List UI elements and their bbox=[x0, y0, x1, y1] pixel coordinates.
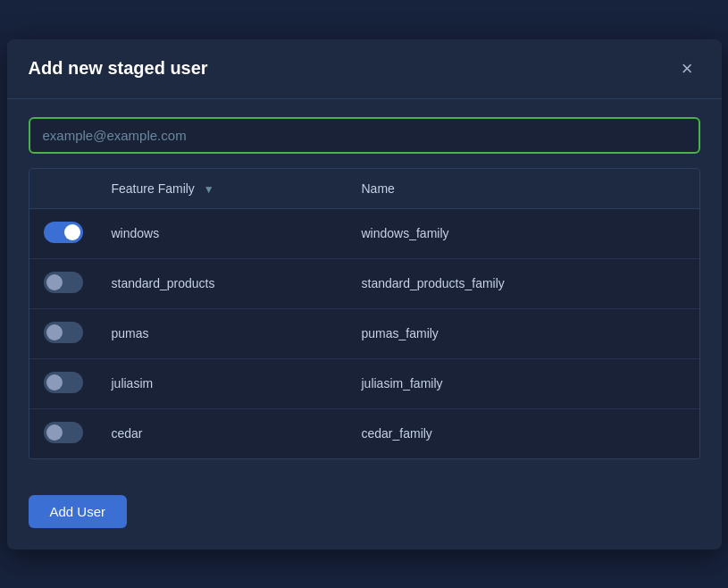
toggle-switch[interactable] bbox=[44, 372, 83, 393]
add-user-button[interactable]: Add User bbox=[29, 495, 128, 528]
toggle-cell[interactable] bbox=[29, 308, 97, 358]
modal-title: Add new staged user bbox=[29, 58, 208, 79]
modal-dialog: Add new staged user × Feature Family ▼ bbox=[7, 39, 722, 550]
toggle-cell[interactable] bbox=[29, 258, 97, 308]
name-cell: cedar_family bbox=[347, 408, 699, 458]
feature-family-cell: standard_products bbox=[97, 258, 347, 308]
name-cell: pumas_family bbox=[347, 308, 699, 358]
toggle-cell[interactable] bbox=[29, 208, 97, 258]
table-row: juliasimjuliasim_family bbox=[29, 358, 699, 408]
table-scroll-area[interactable]: Feature Family ▼ Name windowswindows_fam… bbox=[29, 169, 699, 458]
feature-family-cell: juliasim bbox=[97, 358, 347, 408]
name-cell: standard_products_family bbox=[347, 258, 699, 308]
sort-icon: ▼ bbox=[204, 183, 214, 196]
toggle-knob bbox=[64, 224, 80, 240]
modal-overlay: Add new staged user × Feature Family ▼ bbox=[0, 0, 728, 588]
feature-family-cell: windows bbox=[97, 208, 347, 258]
toggle-cell[interactable] bbox=[29, 408, 97, 458]
toggle-cell[interactable] bbox=[29, 358, 97, 408]
col-header-toggle bbox=[29, 169, 97, 209]
toggle-knob bbox=[46, 424, 63, 441]
toggle-switch[interactable] bbox=[44, 322, 83, 343]
toggle-switch[interactable] bbox=[44, 222, 83, 243]
table-row: windowswindows_family bbox=[29, 208, 699, 258]
toggle-knob bbox=[46, 274, 63, 290]
feature-family-cell: pumas bbox=[97, 308, 347, 358]
col-header-feature-family[interactable]: Feature Family ▼ bbox=[97, 169, 347, 209]
email-input[interactable] bbox=[29, 117, 700, 154]
modal-header: Add new staged user × bbox=[7, 39, 722, 99]
table-row: cedarcedar_family bbox=[29, 408, 699, 458]
toggle-switch[interactable] bbox=[44, 422, 83, 443]
modal-body: Feature Family ▼ Name windowswindows_fam… bbox=[7, 99, 722, 481]
toggle-knob bbox=[46, 374, 63, 391]
table-row: standard_productsstandard_products_famil… bbox=[29, 258, 699, 308]
name-cell: windows_family bbox=[347, 208, 699, 258]
feature-family-table: Feature Family ▼ Name windowswindows_fam… bbox=[29, 168, 700, 459]
feature-family-cell: cedar bbox=[97, 408, 347, 458]
toggle-knob bbox=[46, 324, 63, 340]
close-button[interactable]: × bbox=[674, 55, 700, 82]
modal-footer: Add User bbox=[7, 481, 722, 550]
name-cell: juliasim_family bbox=[347, 358, 699, 408]
table-row: pumaspumas_family bbox=[29, 308, 699, 358]
toggle-switch[interactable] bbox=[44, 272, 83, 293]
col-header-name: Name bbox=[347, 169, 699, 209]
